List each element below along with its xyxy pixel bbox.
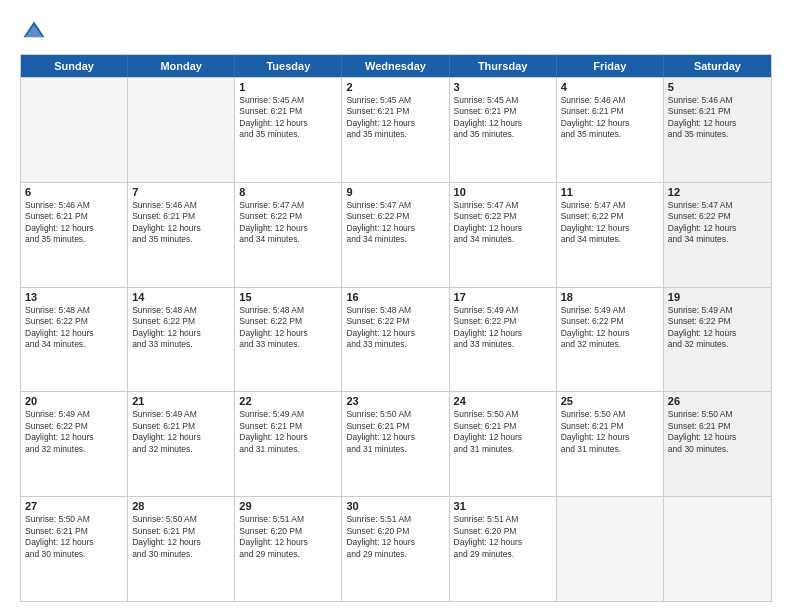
day-number: 13 bbox=[25, 291, 123, 303]
cell-text: Sunrise: 5:49 AM Sunset: 6:21 PM Dayligh… bbox=[239, 409, 337, 455]
calendar-cell: 8Sunrise: 5:47 AM Sunset: 6:22 PM Daylig… bbox=[235, 183, 342, 287]
weekday-header: Thursday bbox=[450, 55, 557, 77]
calendar-cell: 29Sunrise: 5:51 AM Sunset: 6:20 PM Dayli… bbox=[235, 497, 342, 601]
cell-text: Sunrise: 5:49 AM Sunset: 6:22 PM Dayligh… bbox=[561, 305, 659, 351]
day-number: 4 bbox=[561, 81, 659, 93]
cell-text: Sunrise: 5:49 AM Sunset: 6:21 PM Dayligh… bbox=[132, 409, 230, 455]
weekday-header: Friday bbox=[557, 55, 664, 77]
calendar-cell: 1Sunrise: 5:45 AM Sunset: 6:21 PM Daylig… bbox=[235, 78, 342, 182]
day-number: 15 bbox=[239, 291, 337, 303]
calendar-cell: 31Sunrise: 5:51 AM Sunset: 6:20 PM Dayli… bbox=[450, 497, 557, 601]
calendar-body: 1Sunrise: 5:45 AM Sunset: 6:21 PM Daylig… bbox=[21, 77, 771, 601]
calendar-cell bbox=[664, 497, 771, 601]
cell-text: Sunrise: 5:51 AM Sunset: 6:20 PM Dayligh… bbox=[239, 514, 337, 560]
calendar-cell: 15Sunrise: 5:48 AM Sunset: 6:22 PM Dayli… bbox=[235, 288, 342, 392]
day-number: 19 bbox=[668, 291, 767, 303]
cell-text: Sunrise: 5:46 AM Sunset: 6:21 PM Dayligh… bbox=[25, 200, 123, 246]
calendar-cell: 21Sunrise: 5:49 AM Sunset: 6:21 PM Dayli… bbox=[128, 392, 235, 496]
cell-text: Sunrise: 5:51 AM Sunset: 6:20 PM Dayligh… bbox=[454, 514, 552, 560]
cell-text: Sunrise: 5:50 AM Sunset: 6:21 PM Dayligh… bbox=[346, 409, 444, 455]
day-number: 10 bbox=[454, 186, 552, 198]
weekday-header: Tuesday bbox=[235, 55, 342, 77]
weekday-header: Sunday bbox=[21, 55, 128, 77]
calendar-row: 20Sunrise: 5:49 AM Sunset: 6:22 PM Dayli… bbox=[21, 391, 771, 496]
day-number: 17 bbox=[454, 291, 552, 303]
day-number: 8 bbox=[239, 186, 337, 198]
calendar-cell: 2Sunrise: 5:45 AM Sunset: 6:21 PM Daylig… bbox=[342, 78, 449, 182]
day-number: 22 bbox=[239, 395, 337, 407]
calendar-cell: 25Sunrise: 5:50 AM Sunset: 6:21 PM Dayli… bbox=[557, 392, 664, 496]
calendar-cell: 9Sunrise: 5:47 AM Sunset: 6:22 PM Daylig… bbox=[342, 183, 449, 287]
cell-text: Sunrise: 5:49 AM Sunset: 6:22 PM Dayligh… bbox=[668, 305, 767, 351]
day-number: 27 bbox=[25, 500, 123, 512]
day-number: 9 bbox=[346, 186, 444, 198]
calendar-cell: 19Sunrise: 5:49 AM Sunset: 6:22 PM Dayli… bbox=[664, 288, 771, 392]
page: SundayMondayTuesdayWednesdayThursdayFrid… bbox=[0, 0, 792, 612]
day-number: 11 bbox=[561, 186, 659, 198]
cell-text: Sunrise: 5:50 AM Sunset: 6:21 PM Dayligh… bbox=[668, 409, 767, 455]
cell-text: Sunrise: 5:46 AM Sunset: 6:21 PM Dayligh… bbox=[132, 200, 230, 246]
calendar-cell: 4Sunrise: 5:46 AM Sunset: 6:21 PM Daylig… bbox=[557, 78, 664, 182]
header bbox=[20, 18, 772, 46]
cell-text: Sunrise: 5:50 AM Sunset: 6:21 PM Dayligh… bbox=[561, 409, 659, 455]
calendar-cell: 7Sunrise: 5:46 AM Sunset: 6:21 PM Daylig… bbox=[128, 183, 235, 287]
calendar-cell: 23Sunrise: 5:50 AM Sunset: 6:21 PM Dayli… bbox=[342, 392, 449, 496]
day-number: 25 bbox=[561, 395, 659, 407]
cell-text: Sunrise: 5:45 AM Sunset: 6:21 PM Dayligh… bbox=[346, 95, 444, 141]
cell-text: Sunrise: 5:46 AM Sunset: 6:21 PM Dayligh… bbox=[561, 95, 659, 141]
calendar-cell: 30Sunrise: 5:51 AM Sunset: 6:20 PM Dayli… bbox=[342, 497, 449, 601]
calendar-cell: 10Sunrise: 5:47 AM Sunset: 6:22 PM Dayli… bbox=[450, 183, 557, 287]
calendar-cell: 27Sunrise: 5:50 AM Sunset: 6:21 PM Dayli… bbox=[21, 497, 128, 601]
calendar-cell: 18Sunrise: 5:49 AM Sunset: 6:22 PM Dayli… bbox=[557, 288, 664, 392]
day-number: 24 bbox=[454, 395, 552, 407]
calendar-cell bbox=[128, 78, 235, 182]
cell-text: Sunrise: 5:47 AM Sunset: 6:22 PM Dayligh… bbox=[239, 200, 337, 246]
day-number: 14 bbox=[132, 291, 230, 303]
cell-text: Sunrise: 5:48 AM Sunset: 6:22 PM Dayligh… bbox=[25, 305, 123, 351]
day-number: 1 bbox=[239, 81, 337, 93]
cell-text: Sunrise: 5:49 AM Sunset: 6:22 PM Dayligh… bbox=[25, 409, 123, 455]
cell-text: Sunrise: 5:45 AM Sunset: 6:21 PM Dayligh… bbox=[239, 95, 337, 141]
calendar-header: SundayMondayTuesdayWednesdayThursdayFrid… bbox=[21, 55, 771, 77]
logo-icon bbox=[20, 18, 48, 46]
calendar-cell: 6Sunrise: 5:46 AM Sunset: 6:21 PM Daylig… bbox=[21, 183, 128, 287]
calendar-cell: 26Sunrise: 5:50 AM Sunset: 6:21 PM Dayli… bbox=[664, 392, 771, 496]
logo bbox=[20, 18, 52, 46]
day-number: 12 bbox=[668, 186, 767, 198]
cell-text: Sunrise: 5:47 AM Sunset: 6:22 PM Dayligh… bbox=[668, 200, 767, 246]
calendar-cell: 13Sunrise: 5:48 AM Sunset: 6:22 PM Dayli… bbox=[21, 288, 128, 392]
calendar-row: 1Sunrise: 5:45 AM Sunset: 6:21 PM Daylig… bbox=[21, 77, 771, 182]
calendar-cell: 11Sunrise: 5:47 AM Sunset: 6:22 PM Dayli… bbox=[557, 183, 664, 287]
cell-text: Sunrise: 5:45 AM Sunset: 6:21 PM Dayligh… bbox=[454, 95, 552, 141]
calendar-cell: 14Sunrise: 5:48 AM Sunset: 6:22 PM Dayli… bbox=[128, 288, 235, 392]
day-number: 6 bbox=[25, 186, 123, 198]
cell-text: Sunrise: 5:47 AM Sunset: 6:22 PM Dayligh… bbox=[454, 200, 552, 246]
calendar-cell: 12Sunrise: 5:47 AM Sunset: 6:22 PM Dayli… bbox=[664, 183, 771, 287]
calendar-row: 27Sunrise: 5:50 AM Sunset: 6:21 PM Dayli… bbox=[21, 496, 771, 601]
calendar-cell: 16Sunrise: 5:48 AM Sunset: 6:22 PM Dayli… bbox=[342, 288, 449, 392]
day-number: 23 bbox=[346, 395, 444, 407]
cell-text: Sunrise: 5:49 AM Sunset: 6:22 PM Dayligh… bbox=[454, 305, 552, 351]
calendar-cell: 28Sunrise: 5:50 AM Sunset: 6:21 PM Dayli… bbox=[128, 497, 235, 601]
calendar-cell: 20Sunrise: 5:49 AM Sunset: 6:22 PM Dayli… bbox=[21, 392, 128, 496]
calendar-row: 6Sunrise: 5:46 AM Sunset: 6:21 PM Daylig… bbox=[21, 182, 771, 287]
cell-text: Sunrise: 5:47 AM Sunset: 6:22 PM Dayligh… bbox=[346, 200, 444, 246]
day-number: 30 bbox=[346, 500, 444, 512]
calendar-cell: 22Sunrise: 5:49 AM Sunset: 6:21 PM Dayli… bbox=[235, 392, 342, 496]
day-number: 21 bbox=[132, 395, 230, 407]
cell-text: Sunrise: 5:50 AM Sunset: 6:21 PM Dayligh… bbox=[132, 514, 230, 560]
cell-text: Sunrise: 5:50 AM Sunset: 6:21 PM Dayligh… bbox=[25, 514, 123, 560]
day-number: 2 bbox=[346, 81, 444, 93]
weekday-header: Wednesday bbox=[342, 55, 449, 77]
day-number: 18 bbox=[561, 291, 659, 303]
day-number: 29 bbox=[239, 500, 337, 512]
calendar-cell bbox=[557, 497, 664, 601]
cell-text: Sunrise: 5:48 AM Sunset: 6:22 PM Dayligh… bbox=[239, 305, 337, 351]
calendar-cell bbox=[21, 78, 128, 182]
calendar-row: 13Sunrise: 5:48 AM Sunset: 6:22 PM Dayli… bbox=[21, 287, 771, 392]
calendar-cell: 5Sunrise: 5:46 AM Sunset: 6:21 PM Daylig… bbox=[664, 78, 771, 182]
calendar-cell: 17Sunrise: 5:49 AM Sunset: 6:22 PM Dayli… bbox=[450, 288, 557, 392]
cell-text: Sunrise: 5:50 AM Sunset: 6:21 PM Dayligh… bbox=[454, 409, 552, 455]
cell-text: Sunrise: 5:47 AM Sunset: 6:22 PM Dayligh… bbox=[561, 200, 659, 246]
day-number: 7 bbox=[132, 186, 230, 198]
